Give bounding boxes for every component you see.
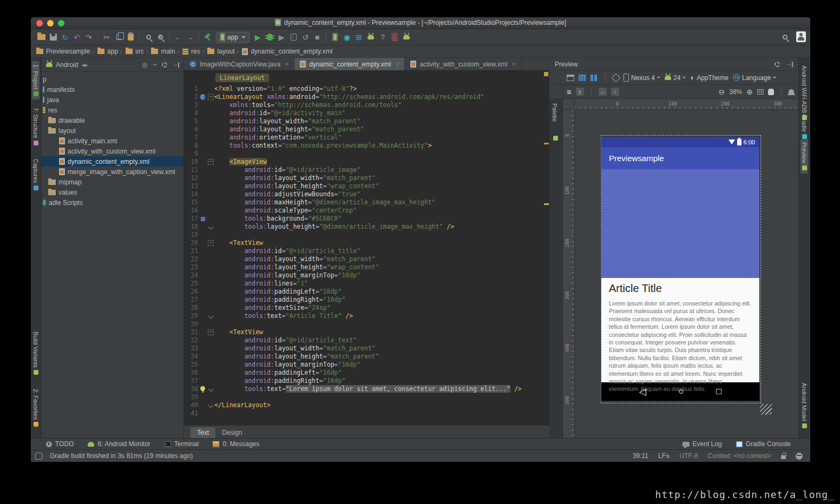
toolwindow-button-android-model[interactable]: Android Model (800, 380, 808, 432)
tree-item[interactable]: mipmap (42, 177, 183, 187)
tree-item[interactable]: layout (42, 125, 183, 136)
user-avatar-icon[interactable] (796, 31, 806, 42)
toolwindow-button-captures[interactable]: Captures (32, 156, 40, 194)
intention-bulb-icon[interactable] (200, 386, 205, 391)
restart-icon[interactable]: ↺ (299, 31, 311, 43)
tree-item[interactable]: java (42, 95, 183, 105)
project-structure-icon[interactable]: ⊞ (353, 31, 365, 43)
project-view-selector[interactable]: Android (56, 61, 78, 69)
toolwindow-button-6-android-monitor[interactable]: 6: Android Monitor (88, 440, 150, 448)
undo-icon[interactable]: ↶ (71, 31, 83, 43)
layout-variant-icon[interactable] (567, 75, 574, 81)
stop-icon[interactable]: ■ (311, 31, 323, 43)
editor-tab[interactable]: CImageWithCaptionView.java× (184, 58, 294, 70)
tree-item[interactable]: adle Scripts (42, 197, 183, 208)
tree-item[interactable]: values (42, 187, 183, 197)
encoding-selector[interactable]: UTF-8 (680, 452, 698, 460)
paste-icon[interactable] (124, 31, 136, 43)
fold-marker[interactable] (207, 328, 214, 336)
locate-file-icon[interactable]: ◎ (142, 61, 147, 69)
editor-scrollbar[interactable] (543, 71, 549, 425)
toolwindow-button-todo[interactable]: TODO (46, 440, 74, 448)
copy-icon[interactable] (113, 31, 124, 43)
tree-item[interactable]: res (42, 105, 183, 115)
breadcrumb-item[interactable]: layout (207, 48, 234, 55)
fold-marker[interactable] (207, 239, 214, 247)
editor-mode-tab-design[interactable]: Design (215, 427, 248, 438)
replace-icon[interactable] (154, 31, 166, 43)
run-icon[interactable]: ▶ (252, 31, 264, 43)
tree-item[interactable]: activity_with_custom_view.xml (42, 146, 183, 156)
notifications-icon[interactable] (789, 89, 794, 94)
redo-icon[interactable]: ↷ (83, 31, 95, 43)
zoom-fit-icon[interactable] (757, 89, 764, 95)
breadcrumb-item[interactable]: main (151, 48, 175, 55)
breadcrumb-item[interactable]: src (126, 48, 144, 55)
design-time-attrs-icon[interactable]: y (576, 88, 584, 96)
wifi-adb-icon[interactable] (401, 31, 412, 43)
close-tab-icon[interactable]: × (511, 61, 515, 68)
fold-marker[interactable] (207, 223, 214, 231)
toolwindow-button-2-favorites[interactable]: 2: Favorites (32, 386, 40, 430)
layout-columns-icon[interactable] (590, 75, 598, 81)
code-editor[interactable]: 1<?xml version="1.0" encoding="utf-8"?>2… (184, 85, 543, 417)
breadcrumb-item[interactable]: app (97, 48, 118, 55)
device-preview[interactable]: 6:00 Previewsample Article Title Lorem i… (601, 137, 759, 401)
tree-item[interactable]: drawable (42, 115, 183, 125)
sdk-manager-icon[interactable] (365, 31, 377, 43)
pan-icon[interactable] (768, 89, 774, 95)
collapse-all-icon[interactable]: ÷ (153, 61, 156, 69)
breadcrumb-item[interactable]: dynamic_content_empty.xml (242, 48, 332, 55)
nav-back-icon[interactable]: ◁ (639, 386, 646, 397)
breadcrumb-item[interactable]: Previewsample (36, 48, 90, 55)
stretch-width-icon[interactable]: ↔ (599, 88, 607, 96)
theme-selector[interactable]: ◐ AppTheme (690, 74, 729, 82)
find-icon[interactable] (142, 31, 154, 43)
preview-canvas[interactable]: 0100200300 0100200300400500 6:00 Preview… (563, 99, 798, 438)
fold-marker[interactable] (207, 158, 214, 166)
toolwindow-button-event-log[interactable]: Event Log (682, 440, 722, 448)
toolwindow-button-preview[interactable]: Preview (800, 139, 808, 174)
editor-breadcrumb-tag[interactable]: LinearLayout (215, 74, 269, 82)
editor-tab[interactable]: activity_with_custom_view.xml× (405, 58, 521, 70)
lock-icon[interactable] (781, 455, 786, 459)
project-panel-header[interactable]: Android ◂▸ ◎ ÷ (42, 58, 183, 72)
tree-item[interactable]: p (42, 74, 183, 84)
open-project-icon[interactable] (35, 31, 47, 43)
fold-marker[interactable] (207, 401, 214, 409)
help-icon[interactable]: ? (377, 31, 389, 43)
nav-home-icon[interactable]: ○ (678, 386, 684, 397)
hide-panel-icon[interactable] (173, 62, 179, 68)
avd-manager-icon[interactable] (329, 31, 341, 43)
toolwindow-button-gradle[interactable]: Gradle (800, 111, 808, 142)
resize-handle-icon[interactable] (760, 404, 772, 415)
zoom-in-icon[interactable]: ⊕ (746, 88, 753, 96)
tree-item[interactable]: dynamic_content_empty.xml (42, 156, 183, 167)
orientation-icon[interactable] (612, 73, 621, 82)
toolwindow-button-7-structure[interactable]: 7: Structure (32, 104, 40, 149)
api-selector[interactable]: 24 (665, 74, 686, 82)
forward-icon[interactable]: → (184, 31, 196, 43)
config-menu-icon[interactable]: ≡ (567, 87, 572, 96)
sync-gradle-icon[interactable]: ◉ (341, 31, 353, 43)
preview-pin-icon[interactable] (786, 62, 793, 67)
window-titlebar[interactable]: dynamic_content_empty.xml - Previewsampl… (31, 17, 810, 29)
breadcrumb-item[interactable]: res (182, 48, 200, 55)
run-config-dropdown[interactable]: app (216, 32, 250, 43)
toolwindow-button-terminal[interactable]: ›_Terminal (165, 440, 199, 448)
fold-marker[interactable] (207, 93, 214, 101)
toolwindow-button-build-variants[interactable]: Build Variants (32, 328, 40, 378)
cut-icon[interactable]: ✂ (101, 31, 113, 43)
toolwindow-button-gradle-console[interactable]: Gradle Console (736, 440, 791, 448)
toolwindow-toggle-icon[interactable] (35, 453, 42, 460)
save-all-icon[interactable] (47, 31, 59, 43)
stretch-height-icon[interactable]: ↕ (611, 88, 619, 96)
captures-icon[interactable] (389, 31, 401, 43)
tree-item[interactable]: activity_main.xml (42, 136, 183, 146)
make-project-icon[interactable] (202, 31, 214, 43)
panel-settings-icon[interactable] (162, 62, 167, 68)
attach-debugger-icon[interactable] (287, 31, 299, 43)
sync-icon[interactable]: ↻ (59, 31, 71, 43)
editor-mode-tab-text[interactable]: Text (191, 427, 215, 438)
preview-settings-icon[interactable] (775, 62, 780, 67)
